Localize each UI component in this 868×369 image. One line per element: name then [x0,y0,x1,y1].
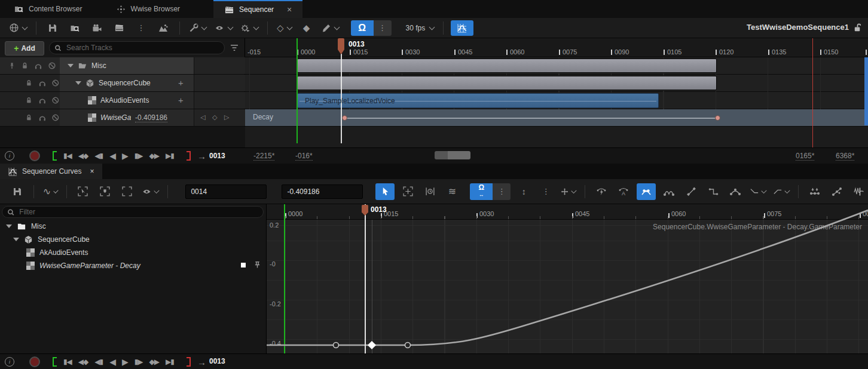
step-forward-button[interactable]: ▮▶ [135,358,143,366]
to-end-button[interactable]: ▶▮ [166,152,174,160]
current-frame-display[interactable]: 0013 [209,357,225,365]
play-reverse-button[interactable]: ◀ [109,357,115,367]
tangent-user-button[interactable] [637,183,656,200]
step-back-button[interactable]: ◀▮ [94,152,103,160]
keyframe-dot[interactable] [715,115,720,121]
save-button[interactable] [44,20,62,36]
tangent-weighted-button[interactable] [726,184,744,199]
expand-arrow-icon[interactable] [75,81,81,85]
curve-view-options-button[interactable] [140,184,160,199]
frame-selection-button[interactable] [74,184,92,199]
curve-path[interactable] [267,210,868,345]
view-options-dropdown-button[interactable] [212,20,234,36]
track-row-misc[interactable]: Misc [0,57,244,75]
search-tracks-input[interactable] [65,43,219,53]
curves-filter-input[interactable] [18,207,258,217]
solo-headphones-icon[interactable] [38,113,47,122]
curve-color-swatch[interactable] [241,263,246,267]
filter-curves-button[interactable] [850,184,868,199]
set-end-bracket[interactable] [187,357,191,367]
keyframe-options-dropdown-button[interactable]: ◇ [275,20,294,36]
keyframe-point-selected[interactable] [368,341,376,349]
timeline-scrollbar-thumb[interactable] [435,151,470,159]
curve-editor-toggle-button[interactable] [451,20,473,36]
value-snap-button[interactable]: ↕ [515,184,533,199]
keyframe-point[interactable] [334,343,339,348]
sequencercube-range-bar[interactable] [297,76,717,90]
save-curves-button[interactable] [8,184,26,199]
tangent-linear-button[interactable] [682,184,700,199]
to-end-button[interactable]: ▶▮ [166,358,174,366]
tab-wwise-browser[interactable]: Wwise Browser [106,0,191,18]
multi-select-tool-button[interactable]: ≋ [443,184,461,199]
tab-content-browser[interactable]: Content Browser [4,0,93,18]
lock-icon[interactable] [21,61,29,70]
curves-tree-akaudioevents[interactable]: AkAudioEvents [0,246,292,259]
snap-options-button[interactable]: ⋮ [493,183,511,200]
render-options-button[interactable]: ⋮ [132,20,150,36]
render-movie-button[interactable] [110,20,128,36]
curves-playhead-line[interactable] [365,204,366,369]
to-start-button[interactable]: ▮◀ [63,358,72,366]
straighten-tangents-button[interactable] [828,184,846,199]
curves-tree-wwise-decay[interactable]: WwiseGameParameter - Decay [0,259,292,272]
solo-headphones-icon[interactable] [38,96,47,104]
transform-tool-button[interactable] [399,184,417,199]
post-infinity-dropdown-button[interactable] [772,184,791,199]
tangent-smart-auto-button[interactable]: A [615,184,632,199]
set-start-bracket[interactable] [53,151,57,161]
retime-tool-button[interactable] [421,184,439,199]
track-row-sequencercube[interactable]: SequencerCube + [0,75,244,92]
lock-icon[interactable] [25,113,33,122]
expand-arrow-icon[interactable] [68,64,74,67]
record-button[interactable] [29,356,40,367]
add-section-icon[interactable]: + [178,78,184,88]
unlock-icon[interactable] [853,23,862,32]
parameter-value-field[interactable]: -0.409186 [135,113,167,122]
camera-button[interactable] [88,20,106,36]
filter-tracks-icon[interactable] [230,44,239,51]
working-range-start[interactable]: -2215* [253,152,274,161]
curve-editor-view[interactable]: 0000 0015 0030 0045 0060 0075 00 0.2 -0 … [267,204,868,353]
playback-options-dropdown-button[interactable] [239,20,260,36]
curves-tree-sequencercube[interactable]: SequencerCube [0,233,279,246]
fps-dropdown-button[interactable]: 30 fps [403,20,436,36]
tab-sequencer[interactable]: Sequencer × [213,0,302,18]
prev-key-icon[interactable]: ◁ [200,113,209,121]
play-button[interactable]: ▶ [122,151,128,161]
keyframe-dot[interactable] [342,115,347,121]
info-icon[interactable]: i [5,357,14,367]
actor-sequence-button[interactable] [154,20,172,36]
loop-mode-icon[interactable]: → [197,357,206,367]
keyframe-point[interactable] [405,343,411,348]
close-tab-icon[interactable]: × [90,167,94,176]
lock-icon[interactable] [25,79,33,87]
decay-parameter-row[interactable]: Decay [245,109,868,127]
tangent-constant-button[interactable] [704,184,722,199]
playback-end-line[interactable] [812,38,813,147]
tools-dropdown-button[interactable] [187,20,208,36]
tangent-break-button[interactable] [660,184,678,199]
close-tab-icon[interactable]: × [287,5,292,14]
next-key-button[interactable]: ◆▶ [149,358,159,366]
track-row-akaudioevents[interactable]: AkAudioEvents + [0,92,244,109]
track-row-wwisegameparameter[interactable]: WwiseGameParameter -0.409186 ◁ ◇ ▷ [0,109,244,127]
snap-settings-button[interactable]: ⋮ [537,184,555,199]
to-start-button[interactable]: ▮◀ [63,152,72,160]
view-range-start[interactable]: -016* [295,152,313,161]
tangent-auto-button[interactable] [592,184,610,199]
prev-key-button[interactable]: ◀◆ [78,358,88,366]
decay-curve[interactable] [267,204,868,353]
world-dropdown-button[interactable] [7,20,29,36]
flatten-tangents-button[interactable] [806,184,824,199]
expand-arrow-icon[interactable] [6,225,12,228]
axis-lock-dropdown-button[interactable] [559,184,577,199]
snap-toggle-button[interactable]: Ω [351,20,374,36]
set-start-bracket[interactable] [53,357,57,367]
mute-ban-icon[interactable] [51,79,60,87]
auto-key-button[interactable]: ◆ [298,20,316,36]
browse-sequence-button[interactable] [66,20,84,36]
misc-range-bar[interactable] [297,59,717,73]
info-icon[interactable]: i [5,151,14,161]
track-scrollbar[interactable] [864,57,868,125]
